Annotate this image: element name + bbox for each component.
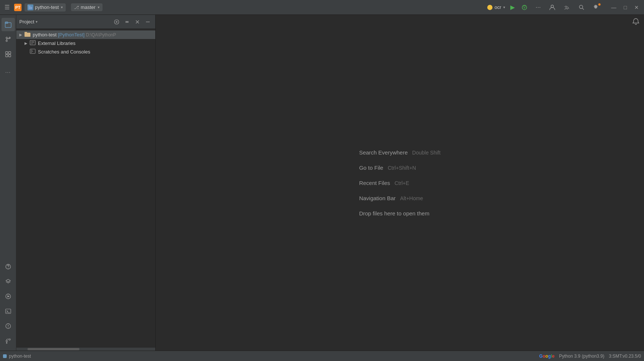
minimize-button[interactable]: — bbox=[609, 4, 619, 11]
titlebar-left: ☰ PT python-test ▾ ⎇ master ▾ bbox=[3, 2, 487, 12]
navigation-bar-shortcut: Alt+Home bbox=[400, 195, 423, 201]
svg-rect-18 bbox=[6, 55, 8, 57]
folder-icon bbox=[25, 32, 30, 38]
scrollbar-thumb[interactable] bbox=[27, 348, 79, 350]
sidebar-header: Project ▾ bbox=[16, 15, 155, 29]
statusbar-google-logo: Google bbox=[539, 354, 554, 359]
hide-sidebar-button[interactable] bbox=[143, 17, 152, 26]
svg-point-32 bbox=[6, 342, 7, 343]
debug-button[interactable] bbox=[520, 4, 529, 11]
activity-more-icon[interactable]: ··· bbox=[1, 65, 15, 79]
svg-point-30 bbox=[9, 339, 10, 340]
statusbar-right: Google Python 3.9 (python3.9) 3:SMT:v0.2… bbox=[539, 354, 641, 359]
search-everywhere-row: Search Everywhere Double Shift bbox=[359, 149, 440, 156]
statusbar: python-test Google Python 3.9 (python3.9… bbox=[0, 351, 644, 361]
hamburger-menu-icon[interactable]: ☰ bbox=[3, 2, 11, 12]
tree-item-scratches[interactable]: ▶ Scratches and Consoles bbox=[16, 48, 155, 56]
run-button[interactable]: ▶ bbox=[510, 4, 515, 11]
statusbar-project-name[interactable]: python-test bbox=[9, 354, 31, 359]
app-icon: PT bbox=[14, 4, 22, 11]
project-folder-icon bbox=[27, 4, 33, 10]
navigation-bar-row: Navigation Bar Alt+Home bbox=[359, 195, 423, 201]
profile-button[interactable] bbox=[547, 3, 557, 12]
root-chevron-icon: ▶ bbox=[19, 33, 25, 37]
branch-icon: ⎇ bbox=[74, 5, 79, 10]
svg-point-14 bbox=[6, 40, 7, 42]
status-indicator bbox=[3, 354, 7, 358]
activity-vcs-icon[interactable] bbox=[1, 33, 15, 46]
svg-point-5 bbox=[524, 7, 525, 8]
ocr-button[interactable]: ocr ▾ bbox=[487, 4, 505, 10]
svg-point-21 bbox=[8, 268, 9, 269]
collapse-all-button[interactable] bbox=[123, 17, 131, 26]
svg-point-29 bbox=[6, 340, 7, 342]
sidebar-actions bbox=[112, 17, 152, 26]
svg-marker-23 bbox=[7, 295, 10, 297]
svg-rect-17 bbox=[9, 52, 11, 54]
notification-bell-button[interactable] bbox=[632, 18, 640, 27]
activity-terminal-icon[interactable] bbox=[1, 305, 15, 318]
main-layout: ··· bbox=[0, 15, 644, 351]
project-name-label: python-test bbox=[35, 4, 59, 10]
settings-badge bbox=[598, 3, 601, 6]
titlebar-right: ocr ▾ ▶ ⋯ 文 A bbox=[487, 3, 641, 12]
statusbar-python-version[interactable]: Python 3.9 (python3.9) bbox=[559, 354, 604, 359]
go-to-file-label: Go to File bbox=[359, 165, 383, 171]
activity-project-icon[interactable] bbox=[1, 18, 15, 31]
drop-files-label: Drop files here to open them bbox=[359, 210, 429, 217]
svg-rect-40 bbox=[25, 32, 27, 33]
scratches-icon bbox=[30, 49, 36, 55]
search-everywhere-shortcut: Double Shift bbox=[412, 150, 440, 156]
ext-lib-chevron-icon: ▶ bbox=[25, 41, 30, 45]
editor-area: Search Everywhere Double Shift Go to Fil… bbox=[156, 15, 644, 351]
statusbar-position: 3:SMT:v0.23.5/0 bbox=[609, 354, 641, 359]
sidebar-title: Project ▾ bbox=[19, 19, 110, 25]
navigation-bar-label: Navigation Bar bbox=[359, 195, 396, 201]
sidebar: Project ▾ bbox=[16, 15, 156, 351]
recent-files-shortcut: Ctrl+E bbox=[394, 180, 409, 186]
project-chevron-icon: ▾ bbox=[61, 5, 63, 9]
close-sidebar-button[interactable] bbox=[133, 17, 142, 26]
translate-button[interactable]: 文 A bbox=[562, 3, 572, 12]
statusbar-left: python-test bbox=[3, 354, 31, 359]
horizontal-scrollbar[interactable] bbox=[16, 348, 155, 351]
external-libraries-name: External Libraries bbox=[38, 40, 75, 46]
ocr-label: ocr bbox=[494, 4, 501, 10]
project-switcher[interactable]: python-test ▾ bbox=[25, 3, 66, 12]
svg-rect-16 bbox=[6, 52, 8, 54]
branch-name-label: master bbox=[81, 4, 95, 10]
window-controls: — □ ✕ bbox=[609, 4, 641, 11]
titlebar: ☰ PT python-test ▾ ⎇ master ▾ ocr bbox=[0, 0, 644, 15]
svg-point-28 bbox=[8, 327, 9, 328]
welcome-content: Search Everywhere Double Shift Go to Fil… bbox=[359, 149, 440, 217]
root-project-name: python-test [PythonTest] D:\QA\PythonP bbox=[33, 32, 116, 38]
svg-rect-0 bbox=[29, 7, 32, 9]
ocr-dot-icon bbox=[487, 5, 492, 10]
svg-rect-19 bbox=[9, 55, 11, 57]
activity-problems-icon[interactable] bbox=[1, 319, 15, 333]
activity-git-icon[interactable] bbox=[1, 334, 15, 348]
activity-learn-icon[interactable] bbox=[1, 260, 15, 273]
svg-point-13 bbox=[6, 37, 7, 39]
project-tree: ▶ python-test [PythonTest] D:\QA\PythonP… bbox=[16, 29, 155, 348]
activity-plugins-icon[interactable] bbox=[1, 48, 15, 61]
activity-bar: ··· bbox=[0, 15, 16, 351]
close-button[interactable]: ✕ bbox=[632, 4, 641, 11]
go-to-file-shortcut: Ctrl+Shift+N bbox=[388, 165, 416, 171]
search-everywhere-label: Search Everywhere bbox=[359, 149, 408, 156]
search-button[interactable] bbox=[577, 4, 586, 11]
activity-run-configs-icon[interactable] bbox=[1, 290, 15, 303]
more-actions-button[interactable]: ⋯ bbox=[534, 4, 542, 11]
settings-button[interactable] bbox=[591, 4, 600, 11]
library-icon bbox=[30, 40, 36, 46]
tree-item-external-libraries[interactable]: ▶ External Libraries bbox=[16, 39, 155, 48]
activity-layers-icon[interactable] bbox=[1, 275, 15, 288]
branch-switcher[interactable]: ⎇ master ▾ bbox=[71, 3, 103, 11]
svg-rect-1 bbox=[29, 6, 30, 7]
maximize-button[interactable]: □ bbox=[622, 4, 629, 11]
branch-chevron-icon: ▾ bbox=[98, 5, 100, 9]
add-file-button[interactable] bbox=[112, 17, 121, 26]
svg-point-9 bbox=[579, 5, 583, 9]
tree-item-root[interactable]: ▶ python-test [PythonTest] D:\QA\PythonP bbox=[16, 30, 155, 39]
scratches-name: Scratches and Consoles bbox=[38, 49, 90, 55]
